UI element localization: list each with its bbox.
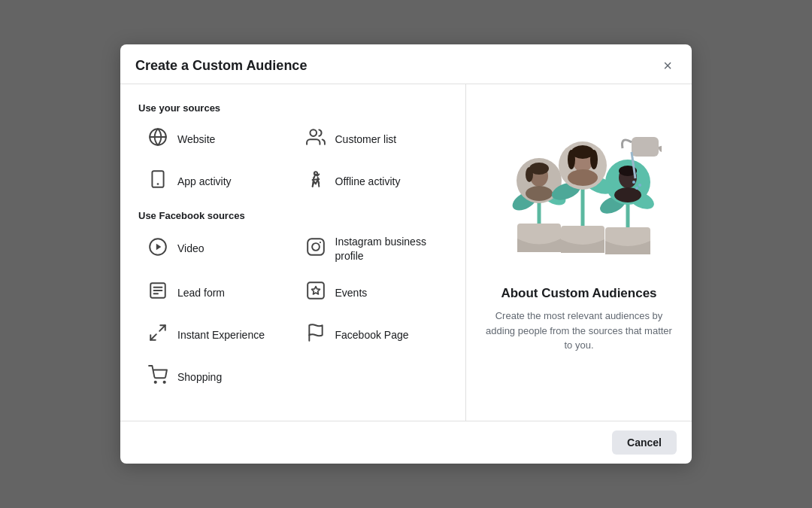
option-app-activity[interactable]: App activity: [138, 162, 290, 201]
option-offline-activity[interactable]: Offline activity: [296, 162, 448, 201]
offline-activity-label: Offline activity: [335, 175, 401, 188]
instant-experience-label: Instant Experience: [177, 328, 265, 342]
events-label: Events: [335, 286, 368, 300]
cancel-button[interactable]: Cancel: [612, 430, 677, 455]
expand-icon: [147, 323, 168, 347]
website-label: Website: [177, 132, 215, 146]
svg-point-52: [568, 150, 575, 169]
left-panel: Use your sources Website: [120, 84, 466, 420]
svg-point-28: [526, 186, 553, 201]
modal-header: Create a Custom Audience ×: [120, 44, 692, 84]
svg-point-53: [590, 150, 598, 169]
lead-form-label: Lead form: [177, 286, 225, 300]
close-button[interactable]: ×: [659, 56, 677, 75]
option-lead-form[interactable]: Lead form: [138, 273, 290, 312]
lead-form-icon: [147, 281, 168, 305]
illustration: [496, 107, 662, 272]
option-events[interactable]: Events: [296, 273, 448, 312]
svg-line-18: [150, 334, 156, 340]
video-label: Video: [177, 242, 205, 255]
svg-marker-7: [156, 243, 162, 250]
instagram-icon: [305, 237, 326, 261]
option-website[interactable]: Website: [138, 120, 290, 159]
svg-line-17: [159, 325, 165, 331]
svg-point-21: [164, 381, 165, 382]
facebook-page-label: Facebook Page: [335, 328, 409, 342]
option-shopping[interactable]: Shopping: [138, 357, 290, 397]
section-label-your-sources: Use your sources: [138, 102, 447, 114]
svg-point-9: [312, 243, 320, 251]
svg-point-30: [526, 167, 533, 182]
flag-icon: [305, 323, 326, 347]
customer-list-label: Customer list: [335, 132, 397, 146]
app-activity-label: App activity: [177, 175, 232, 188]
svg-point-37: [614, 187, 641, 202]
section-label-facebook-sources: Use Facebook sources: [138, 210, 447, 221]
modal-overlay: Create a Custom Audience × Use your sour…: [0, 0, 812, 508]
svg-point-20: [155, 381, 156, 382]
about-title: About Custom Audiences: [501, 286, 656, 301]
svg-point-2: [310, 130, 317, 137]
svg-rect-8: [308, 239, 324, 255]
people-icon: [305, 127, 326, 151]
walk-icon: [305, 169, 326, 193]
cart-icon: [147, 365, 168, 389]
globe-icon: [147, 127, 168, 151]
option-facebook-page[interactable]: Facebook Page: [296, 315, 448, 354]
play-circle-icon: [147, 237, 168, 261]
svg-point-43: [638, 184, 641, 187]
modal-body: Use your sources Website: [120, 84, 692, 420]
option-customer-list[interactable]: Customer list: [296, 120, 448, 159]
svg-point-10: [319, 241, 320, 242]
instagram-business-profile-label: Instagram business profile: [335, 235, 439, 262]
about-desc: Create the most relevant audiences by ad…: [484, 309, 674, 353]
svg-marker-16: [311, 286, 320, 294]
option-instant-experience[interactable]: Instant Experience: [138, 315, 290, 354]
option-instagram-business-profile[interactable]: Instagram business profile: [296, 227, 448, 269]
svg-rect-15: [308, 282, 324, 299]
modal-footer: Cancel: [120, 421, 692, 464]
modal-title: Create a Custom Audience: [135, 58, 307, 74]
right-panel: About Custom Audiences Create the most r…: [466, 84, 692, 420]
svg-point-42: [635, 187, 638, 190]
shopping-label: Shopping: [177, 370, 222, 384]
your-sources-grid: Website Customer list: [138, 120, 447, 201]
facebook-sources-grid: Video Instagram business profile: [138, 227, 447, 396]
modal: Create a Custom Audience × Use your sour…: [120, 44, 692, 463]
option-video[interactable]: Video: [138, 227, 290, 269]
svg-point-50: [568, 169, 598, 186]
star-icon: [305, 281, 326, 305]
mobile-icon: [147, 169, 168, 193]
svg-point-41: [632, 181, 635, 184]
svg-rect-39: [632, 137, 659, 157]
